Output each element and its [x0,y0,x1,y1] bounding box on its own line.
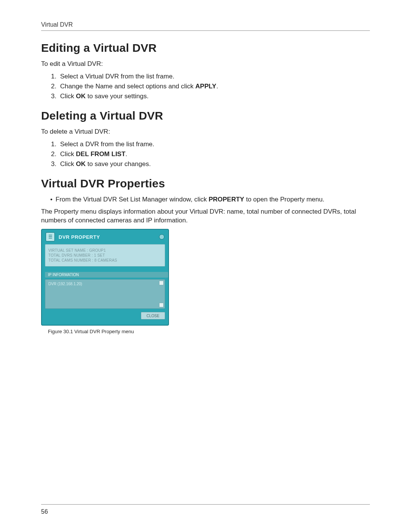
figure-caption: Figure 30.1 Virtual DVR Property menu [48,329,370,334]
step: 2.Change the Name and select options and… [51,82,370,91]
dvr-property-panel: ☰ DVR PROPERTY VIRTUAL SET NAME : GROUP1… [41,229,169,326]
step-text-tail: to save your settings. [86,93,148,100]
panel-close-button[interactable] [159,234,164,240]
bullet-text-pre: From the Virtual DVR Set List Manager wi… [56,196,209,203]
figure-wrap: ☰ DVR PROPERTY VIRTUAL SET NAME : GROUP1… [41,229,370,334]
step-number: 2. [51,150,60,159]
step: 2.Click DEL FROM LIST. [51,150,370,159]
step-number: 2. [51,82,60,91]
step: 1.Select a DVR from the list frame. [51,140,370,149]
page-number: 56 [41,508,48,515]
panel-title: DVR PROPERTY [59,234,155,240]
step-number: 1. [51,140,60,149]
steps-deleting: 1.Select a DVR from the list frame. 2.Cl… [51,140,370,169]
panel-icon: ☰ [46,232,55,241]
step-text: Click [60,150,76,158]
step-text: Click [60,93,76,100]
close-button[interactable]: CLOSE [141,312,165,320]
heading-deleting: Deleting a Virtual DVR [41,109,370,122]
bullet-text-post: to open the Property menu. [244,196,325,203]
step-number: 3. [51,160,60,169]
properties-paragraph: The Property menu displays information a… [41,208,370,225]
step-bold: APPLY [195,83,216,90]
ip-info-label: IP INFORMATION [45,272,168,278]
top-rule [41,30,370,31]
panel-footer: CLOSE [45,312,165,320]
scroll-down-button[interactable] [159,303,164,307]
step-text: Click [60,160,76,168]
scroll-up-button[interactable] [159,281,164,285]
step-bold: OK [76,93,86,100]
intro-deleting: To delete a Virtual DVR: [41,128,370,136]
step-text: Change the Name and select options and c… [60,83,195,90]
step-number: 3. [51,92,60,101]
step-text: Select a Virtual DVR from the list frame… [60,73,174,80]
steps-editing: 1.Select a Virtual DVR from the list fra… [51,72,370,101]
intro-editing: To edit a Virtual DVR: [41,60,370,69]
step: 3.Click OK to save your settings. [51,92,370,101]
document-page: Virtual DVR Editing a Virtual DVR To edi… [0,0,411,532]
ip-info-box: DVR (192.168.1.20) [45,279,165,309]
heading-properties: Virtual DVR Properties [41,177,370,190]
bullet-bold: PROPERTY [209,196,244,203]
property-row-cams: TOTAL CAMS NUMBER : 8 CAMERAS [48,258,162,262]
bottom-rule [41,504,370,505]
running-head: Virtual DVR [41,21,370,28]
step-number: 1. [51,72,60,81]
step-text-tail: . [216,83,218,90]
bullet-property: •From the Virtual DVR Set List Manager w… [50,195,370,204]
step-bold: OK [76,160,86,168]
panel-body: VIRTUAL SET NAME : GROUP1 TOTAL DVRS NUM… [45,244,165,267]
step-text: Select a DVR from the list frame. [60,141,155,148]
property-row-name: VIRTUAL SET NAME : GROUP1 [48,248,162,252]
step: 1.Select a Virtual DVR from the list fra… [51,72,370,81]
step-bold: DEL FROM LIST [76,150,126,158]
property-row-dvrs: TOTAL DVRS NUMBER : 1 SET [48,253,162,257]
ip-info-row: DVR (192.168.1.20) [48,282,162,286]
panel-header: ☰ DVR PROPERTY [42,230,168,244]
step-text-tail: to save your changes. [86,160,151,168]
heading-editing: Editing a Virtual DVR [41,42,370,54]
step-text-tail: . [126,150,127,158]
bullet-dot-icon: • [50,195,56,204]
step: 3.Click OK to save your changes. [51,160,370,169]
